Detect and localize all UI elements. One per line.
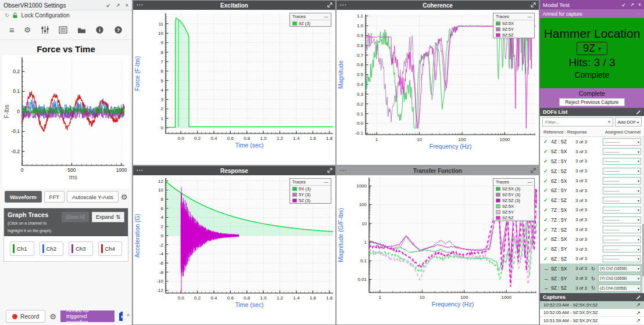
dof-row[interactable]: ✓7Z : 5Z3 of 3-----------▾ — [540, 225, 644, 234]
gear-icon[interactable]: ⚙ — [24, 26, 31, 34]
panel-menu-icon[interactable]: ··· — [137, 2, 144, 8]
legend-entry[interactable]: 9Z:5Z — [493, 32, 534, 38]
open-capture-icon[interactable]: ↗ — [636, 310, 641, 316]
dof-filter-input[interactable] — [543, 120, 613, 125]
assigned-channel-select[interactable]: -----------▾ — [603, 255, 641, 263]
capture-row[interactable]: 10:51:59 AM - 9Z:5X,5Y,5Z↗ — [540, 317, 644, 325]
record-button[interactable]: Record — [6, 310, 45, 323]
dof-row[interactable]: →9Z : 5Y3 of 3↻(Y) Ch3 (16558)▾ — [540, 273, 644, 283]
traces-legend[interactable]: Traces—5X (3)5Y (3)5Z (3) — [289, 178, 331, 204]
legend-entry[interactable]: 9Z (3) — [290, 20, 331, 26]
traces-legend[interactable]: Traces—9Z:5X (3)9Z:5Y (3)9Z:5Z (3)9Z:5X9… — [493, 178, 535, 221]
traces-legend[interactable]: Traces—9Z (3) — [289, 13, 331, 27]
legend-entry[interactable]: 5X (3) — [290, 186, 331, 192]
dofs-list[interactable]: ✓4Z : 5Z3 of 3-----------▾✓5Z : 5X3 of 3… — [540, 137, 644, 293]
dof-row[interactable]: ✓8Z : 5Y3 of 3-----------▾ — [540, 244, 644, 254]
dock-left-icon[interactable]: ↙ — [106, 2, 111, 8]
channel-faders-icon[interactable] — [41, 26, 49, 34]
panel-menu-icon[interactable]: ··· — [340, 2, 347, 8]
dof-row[interactable]: ✓8Z : 5X3 of 3-----------▾ — [540, 234, 644, 244]
record-settings-gear-icon[interactable]: ⚙ — [49, 312, 56, 321]
legend-entry[interactable]: 5Z (3) — [290, 197, 331, 203]
captures-list[interactable]: 10:52:23 AM - 9Z:5X,5Y,5Z↗10:52:05 AM - … — [540, 301, 644, 325]
assigned-channel-select[interactable]: -----------▾ — [603, 138, 641, 146]
assigned-channel-select[interactable]: -----------▾ — [603, 197, 641, 204]
panel-menu-icon[interactable]: ··· — [340, 168, 347, 174]
legend-collapse-icon[interactable]: — — [324, 14, 329, 19]
recapture-icon[interactable]: ↻ — [591, 285, 597, 291]
fft-button[interactable]: FFT — [44, 191, 65, 203]
dof-row[interactable]: ✓8Z : 5Z3 of 3-----------▾ — [540, 254, 644, 264]
assigned-channel-select[interactable]: -----------▾ — [603, 236, 641, 243]
legend-entry[interactable]: 9Z:5Y (3) — [493, 192, 534, 197]
assigned-channel-select[interactable]: (Y) Ch3 (16558)▾ — [598, 275, 641, 282]
dof-row[interactable]: ✓6Z : 5X3 of 3-----------▾ — [540, 176, 644, 186]
legend-entry[interactable]: 9Z:5Y — [493, 26, 534, 32]
assigned-channel-select[interactable]: -----------▾ — [603, 158, 641, 165]
dock-left-icon[interactable]: ↙ — [622, 2, 626, 8]
legend-collapse-icon[interactable]: — — [528, 14, 532, 19]
legend-entry[interactable]: 9Z:5Z (3) — [493, 197, 534, 203]
edit-pencil-icon[interactable] — [636, 110, 641, 115]
legend-entry[interactable]: 9Z:5Y — [493, 209, 534, 215]
open-capture-icon[interactable]: ↗ — [636, 317, 641, 323]
expand-button[interactable]: Expand⇅ — [92, 212, 124, 222]
dock-right-icon[interactable]: ↗ — [116, 2, 120, 8]
dof-row[interactable]: ✓5Z : 5X3 of 3-----------▾ — [540, 147, 644, 157]
assigned-channel-select[interactable]: (Z) Ch4 (16558)▾ — [598, 284, 641, 292]
traces-legend[interactable]: Traces—9Z:5X9Z:5Y9Z:5Z — [493, 13, 535, 38]
list-icon[interactable] — [59, 26, 67, 34]
dof-row[interactable]: ✓7Z : 5X3 of 3-----------▾ — [540, 205, 644, 215]
menu-icon[interactable]: ≡ — [9, 25, 15, 35]
capture-row[interactable]: 10:52:23 AM - 9Z:5X,5Y,5Z↗ — [540, 301, 644, 309]
hammer-location-select[interactable]: 9Z▾ — [577, 42, 607, 55]
legend-collapse-icon[interactable]: — — [528, 179, 532, 185]
legend-entry[interactable]: 5Y (3) — [290, 192, 331, 197]
recapture-icon[interactable]: ↻ — [591, 276, 597, 281]
chart-settings-gear-icon[interactable]: ⚙ — [121, 193, 128, 201]
unlock-icon[interactable] — [12, 12, 18, 19]
channel-button-ch1[interactable]: Ch1 — [10, 241, 34, 256]
channel-button-ch4[interactable]: Ch4 — [98, 241, 123, 256]
refresh-icon[interactable]: ↻ — [5, 12, 9, 19]
dock-right-icon[interactable]: ↗ — [630, 2, 634, 8]
help-icon[interactable]: ? — [114, 26, 123, 34]
dof-row[interactable]: ✓6Z : 5Z3 of 3-----------▾ — [540, 196, 644, 205]
recapture-icon[interactable]: ↻ — [591, 266, 597, 272]
edit-pencil-icon[interactable] — [636, 295, 641, 300]
clear-filter-icon[interactable]: × — [607, 119, 610, 125]
assigned-channel-select[interactable]: -----------▾ — [603, 226, 641, 233]
expand-panel-icon[interactable] — [327, 168, 332, 174]
lock-configuration-label[interactable]: Lock Configuration — [21, 12, 69, 19]
waveform-button[interactable]: Waveform — [5, 191, 42, 203]
dof-row[interactable]: →9Z : 5Z3 of 3↻(Z) Ch4 (16558)▾ — [540, 283, 644, 293]
assigned-channel-select[interactable]: (X) Ch2 (16558)▾ — [598, 265, 641, 273]
close-icon[interactable]: × — [638, 2, 641, 8]
legend-entry[interactable]: 9Z:5X — [493, 20, 534, 26]
legend-entry[interactable]: 9Z:5X — [493, 203, 534, 209]
capture-menu-icon[interactable]: ··· — [635, 11, 641, 16]
legend-entry[interactable]: 9Z:5Z — [493, 215, 534, 221]
dof-row[interactable]: ✓4Z : 5Z3 of 3-----------▾ — [540, 137, 644, 147]
channel-button-ch2[interactable]: Ch2 — [40, 241, 64, 256]
assigned-channel-select[interactable]: -----------▾ — [603, 207, 641, 214]
excitation-chart[interactable]: 0.00.20.40.60.81.01.21.41.61.80123456789… — [133, 10, 335, 165]
assigned-channel-select[interactable]: -----------▾ — [603, 177, 641, 185]
folder-icon[interactable] — [77, 26, 86, 34]
show-all-button[interactable]: Show All — [62, 212, 89, 222]
capture-row[interactable]: 10:52:05 AM - 9Z:5X,5Y,5Z↗ — [540, 309, 644, 317]
autoscale-y-axis-button[interactable]: Autoscale Y-Axis — [67, 191, 119, 203]
info-icon[interactable]: i — [95, 26, 104, 34]
channel-button-ch3[interactable]: Ch3 — [69, 241, 93, 256]
add-dof-button[interactable]: Add DOF▾ — [615, 117, 642, 127]
dof-row[interactable]: ✓5Z : 5Y3 of 3-----------▾ — [540, 157, 644, 167]
dof-row[interactable]: ✓6Z : 5Y3 of 3-----------▾ — [540, 186, 644, 196]
expand-panel-icon[interactable] — [531, 2, 536, 9]
assigned-channel-select[interactable]: -----------▾ — [603, 216, 641, 224]
dof-row[interactable]: ✓7Z : 5Y3 of 3-----------▾ — [540, 215, 644, 225]
close-icon[interactable]: × — [126, 2, 128, 8]
expand-panel-icon[interactable] — [531, 168, 536, 174]
assigned-channel-select[interactable]: -----------▾ — [603, 245, 641, 253]
legend-collapse-icon[interactable]: — — [324, 179, 329, 185]
expand-panel-icon[interactable] — [327, 2, 332, 9]
